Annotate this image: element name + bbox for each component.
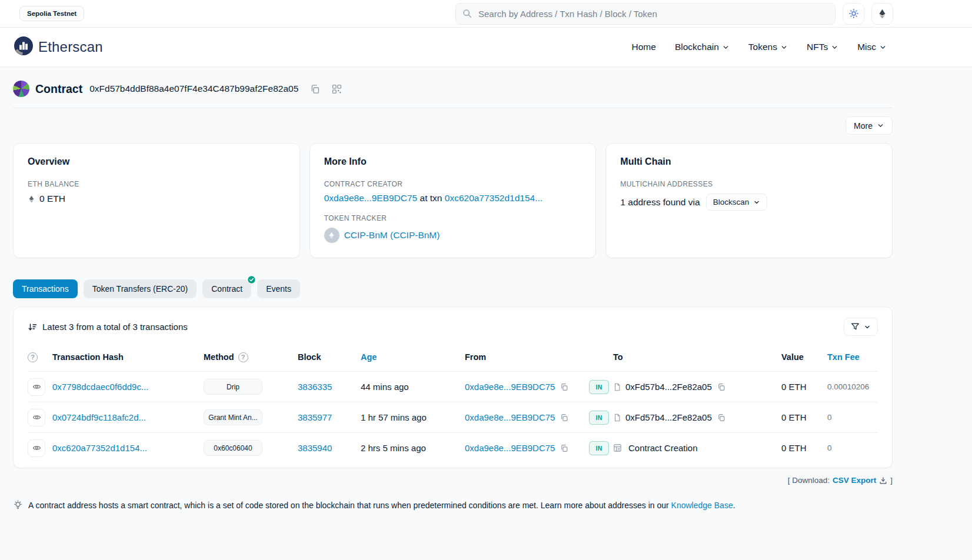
note-suffix: . bbox=[733, 501, 735, 510]
to-address: 0xFd57b4...2Fe82a05 bbox=[625, 382, 712, 392]
from-address-link[interactable]: 0xda9e8e...9EB9DC75 bbox=[465, 412, 555, 422]
fee-cell: 0.00010206 bbox=[827, 382, 878, 391]
more-dropdown-button[interactable]: More bbox=[845, 116, 893, 135]
eye-preview-button[interactable] bbox=[28, 378, 45, 396]
age-cell: 2 hrs 5 mins ago bbox=[361, 443, 465, 453]
topbar-actions bbox=[843, 3, 893, 25]
etherscan-logo[interactable]: Etherscan bbox=[14, 36, 103, 58]
nav-item-tokens[interactable]: Tokens bbox=[748, 42, 788, 52]
filter-button[interactable] bbox=[844, 318, 878, 336]
direction-badge: IN bbox=[589, 380, 609, 394]
from-address-link[interactable]: 0xda9e8e...9EB9DC75 bbox=[465, 382, 555, 392]
nav-label: Blockchain bbox=[675, 42, 719, 52]
value-cell: 0 ETH bbox=[781, 412, 827, 422]
main-navigation: Etherscan Home Blockchain Tokens NFTs Mi… bbox=[0, 28, 972, 66]
age-cell: 1 hr 57 mins ago bbox=[361, 412, 465, 422]
chevron-down-icon bbox=[864, 324, 871, 331]
nav-item-misc[interactable]: Misc bbox=[857, 42, 887, 52]
table-row: 0xc620a77352d1d154... 0x60c06040 3835940… bbox=[28, 432, 878, 463]
contract-info-note: A contract address hosts a smart contrac… bbox=[13, 500, 893, 510]
txn-hash-link[interactable]: 0x0724bdf9c118afc2d... bbox=[52, 412, 146, 422]
token-tracker-label: TOKEN TRACKER bbox=[324, 214, 582, 222]
csv-export-link[interactable]: CSV Export bbox=[833, 476, 876, 485]
creator-address-link[interactable]: 0xda9e8e...9EB9DC75 bbox=[324, 193, 418, 203]
chevron-down-icon bbox=[831, 44, 838, 51]
token-icon bbox=[324, 228, 339, 243]
nav-item-nfts[interactable]: NFTs bbox=[807, 42, 838, 52]
help-icon[interactable]: ? bbox=[238, 352, 248, 362]
search-icon bbox=[462, 9, 472, 18]
nav-menu: Home Blockchain Tokens NFTs Misc bbox=[632, 42, 887, 52]
help-icon[interactable]: ? bbox=[28, 352, 38, 362]
multichain-found-text: 1 address found via bbox=[620, 197, 700, 208]
theme-toggle-button[interactable] bbox=[843, 3, 864, 25]
download-suffix: ] bbox=[890, 476, 893, 485]
blockscan-dropdown-label: Blockscan bbox=[713, 198, 750, 206]
method-badge: Grant Mint An... bbox=[204, 409, 262, 425]
eye-preview-button[interactable] bbox=[28, 409, 45, 426]
brand-name: Etherscan bbox=[38, 39, 103, 55]
to-address: 0xFd57b4...2Fe82a05 bbox=[625, 412, 712, 422]
copy-icon[interactable] bbox=[560, 383, 568, 391]
download-icon bbox=[879, 476, 887, 485]
info-cards: Overview ETH BALANCE 0 ETH More Info CON… bbox=[13, 143, 893, 258]
col-header-to: To bbox=[613, 352, 781, 362]
tab-events[interactable]: Events bbox=[257, 279, 300, 298]
contract-creator-label: CONTRACT CREATOR bbox=[324, 180, 582, 188]
nav-label: Tokens bbox=[748, 42, 777, 52]
funnel-icon bbox=[851, 322, 860, 331]
contract-file-icon bbox=[613, 383, 621, 391]
block-link[interactable]: 3835977 bbox=[298, 412, 332, 422]
tab-transactions[interactable]: Transactions bbox=[13, 279, 78, 298]
network-badge-button[interactable]: Sepolia Testnet bbox=[19, 6, 84, 21]
tab-token-transfers[interactable]: Token Transfers (ERC-20) bbox=[84, 279, 197, 298]
lightbulb-icon bbox=[13, 500, 23, 510]
more-info-card: More Info CONTRACT CREATOR 0xda9e8e...9E… bbox=[309, 143, 597, 258]
note-text: A contract address hosts a smart contrac… bbox=[28, 501, 669, 510]
search-input[interactable] bbox=[455, 3, 835, 25]
age-cell: 44 mins ago bbox=[361, 382, 465, 392]
tab-contract[interactable]: Contract bbox=[202, 279, 251, 298]
copy-icon[interactable] bbox=[717, 383, 725, 391]
chevron-down-icon bbox=[780, 44, 788, 51]
eye-preview-button[interactable] bbox=[28, 439, 45, 457]
top-bar: Sepolia Testnet bbox=[0, 0, 972, 28]
tab-label: Token Transfers (ERC-20) bbox=[92, 284, 188, 294]
eth-balance-value: 0 ETH bbox=[39, 194, 65, 204]
ethereum-icon bbox=[877, 9, 887, 19]
direction-badge: IN bbox=[589, 441, 609, 455]
col-header-from: From bbox=[465, 352, 589, 362]
page-title: Contract bbox=[35, 82, 82, 96]
blockscan-dropdown[interactable]: Blockscan bbox=[706, 194, 768, 211]
qr-code-icon[interactable] bbox=[332, 84, 342, 94]
txn-hash-link[interactable]: 0xc620a77352d1d154... bbox=[52, 443, 147, 453]
copy-address-icon[interactable] bbox=[310, 84, 320, 94]
copy-icon[interactable] bbox=[560, 444, 568, 452]
block-link[interactable]: 3835940 bbox=[298, 443, 332, 453]
creation-txn-link[interactable]: 0xc620a77352d1d154... bbox=[445, 193, 542, 203]
etherscan-logo-icon bbox=[14, 36, 33, 58]
value-cell: 0 ETH bbox=[781, 443, 827, 453]
copy-icon[interactable] bbox=[717, 414, 725, 422]
copy-icon[interactable] bbox=[560, 414, 568, 422]
contract-file-icon bbox=[613, 414, 621, 422]
from-address-link[interactable]: 0xda9e8e...9EB9DC75 bbox=[465, 443, 555, 453]
nav-item-home[interactable]: Home bbox=[632, 42, 656, 52]
block-link[interactable]: 3836335 bbox=[298, 382, 332, 392]
token-tracker-link[interactable]: CCIP-BnM (CCIP-BnM) bbox=[344, 230, 440, 241]
eth-balance-label: ETH BALANCE bbox=[28, 180, 285, 188]
txn-hash-link[interactable]: 0x7798dcdaec0f6dd9c... bbox=[52, 382, 148, 392]
multichain-card-title: Multi Chain bbox=[620, 156, 878, 167]
transactions-panel: Latest 3 from a total of 3 transactions … bbox=[13, 306, 893, 468]
col-header-fee[interactable]: Txn Fee bbox=[827, 352, 860, 362]
nav-item-blockchain[interactable]: Blockchain bbox=[675, 42, 730, 52]
chevron-down-icon bbox=[753, 199, 760, 206]
col-header-value: Value bbox=[781, 352, 827, 362]
col-header-age[interactable]: Age bbox=[361, 352, 377, 362]
knowledge-base-link[interactable]: Knowledge Base bbox=[671, 501, 733, 510]
chevron-down-icon bbox=[879, 44, 887, 51]
contract-creation-icon bbox=[613, 444, 622, 452]
network-switch-button[interactable] bbox=[871, 3, 893, 25]
col-header-hash: Transaction Hash bbox=[52, 352, 204, 362]
col-header-block: Block bbox=[298, 352, 361, 362]
